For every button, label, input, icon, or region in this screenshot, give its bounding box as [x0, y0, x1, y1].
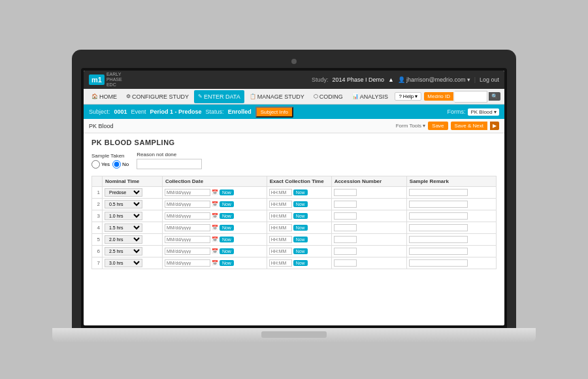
- now-time-button-1[interactable]: Now: [293, 190, 308, 195]
- time-input-1[interactable]: [269, 189, 292, 196]
- now-date-button-1[interactable]: Now: [220, 190, 234, 195]
- date-input-3[interactable]: [165, 212, 210, 220]
- row-num-1: 1: [92, 187, 103, 199]
- analysis-icon: 📊: [352, 93, 359, 99]
- remark-input-1[interactable]: [409, 189, 468, 196]
- remark-input-7[interactable]: [409, 259, 468, 267]
- accession-input-1[interactable]: [334, 189, 357, 196]
- calendar-icon-3[interactable]: 📅: [212, 213, 218, 219]
- calendar-icon-7[interactable]: 📅: [212, 260, 218, 266]
- trackpad[interactable]: [261, 331, 327, 338]
- nominal-select-6[interactable]: 2.5 hrs: [105, 247, 142, 255]
- date-input-5[interactable]: [165, 236, 210, 243]
- collection-date-cell-4: 📅 Now: [162, 222, 267, 234]
- date-input-6[interactable]: [165, 248, 210, 255]
- nav-item-manage[interactable]: 📋 MANAGE STUDY: [246, 90, 308, 103]
- calendar-icon-1[interactable]: 📅: [212, 190, 218, 195]
- chevron-down-icon: ▾: [467, 76, 470, 83]
- remark-input-6[interactable]: [409, 248, 468, 255]
- nav-item-enter-data[interactable]: ✎ ENTER DATA: [194, 90, 244, 103]
- calendar-icon-6[interactable]: 📅: [212, 248, 218, 254]
- now-time-button-6[interactable]: Now: [293, 248, 308, 254]
- time-input-6[interactable]: [269, 248, 292, 255]
- nav-item-home[interactable]: 🏠 HOME: [88, 90, 121, 103]
- time-input-4[interactable]: [269, 224, 292, 231]
- nominal-time-cell-3: 1.0 hrs: [103, 210, 163, 222]
- radio-yes[interactable]: Yes: [91, 160, 110, 169]
- table-row: 3 1.0 hrs 📅 Now Now: [92, 210, 497, 222]
- medrio-id-area: Medrio ID 🔍: [424, 91, 500, 103]
- medrio-id-button[interactable]: Medrio ID: [424, 92, 453, 101]
- logout-button[interactable]: Log out: [480, 76, 499, 83]
- now-time-button-4[interactable]: Now: [293, 225, 308, 231]
- reason-input[interactable]: [137, 159, 202, 169]
- collection-date-cell-6: 📅 Now: [162, 246, 267, 257]
- accession-input-4[interactable]: [334, 224, 357, 231]
- time-input-3[interactable]: [269, 212, 292, 220]
- user-menu-button[interactable]: 👤 jharrison@medrio.com ▾: [398, 76, 470, 83]
- now-date-button-7[interactable]: Now: [220, 260, 234, 266]
- date-input-7[interactable]: [165, 259, 210, 267]
- exact-time-cell-6: Now: [267, 246, 331, 257]
- radio-no[interactable]: No: [112, 160, 129, 169]
- now-date-button-2[interactable]: Now: [220, 201, 234, 207]
- subject-info-tab[interactable]: Subject Info: [255, 107, 293, 118]
- reason-label: Reason not done: [137, 152, 202, 157]
- nominal-select-7[interactable]: 3.0 hrs: [105, 259, 142, 267]
- nav-item-analysis[interactable]: 📊 ANALYSIS: [348, 90, 392, 103]
- radio-no-input[interactable]: [112, 160, 121, 169]
- table-row: 1 Predose 📅 Now Now: [92, 187, 497, 199]
- time-input-2[interactable]: [269, 201, 292, 208]
- calendar-icon-2[interactable]: 📅: [212, 201, 218, 207]
- nominal-select-5[interactable]: 2.0 hrs: [105, 235, 142, 244]
- remark-input-4[interactable]: [409, 224, 468, 231]
- home-icon: 🏠: [91, 93, 98, 99]
- remark-input-3[interactable]: [409, 212, 468, 220]
- next-arrow-button[interactable]: ▶: [490, 122, 499, 130]
- remark-input-5[interactable]: [409, 236, 468, 243]
- row-num-2: 2: [92, 199, 103, 210]
- date-input-2[interactable]: [165, 201, 210, 208]
- remark-input-2[interactable]: [409, 201, 468, 208]
- remark-cell-6: [406, 246, 496, 257]
- accession-input-5[interactable]: [334, 236, 357, 243]
- date-input-1[interactable]: [165, 189, 210, 196]
- nav-item-configure[interactable]: ⚙ CONFIGURE STUDY: [122, 90, 193, 103]
- save-next-button[interactable]: Save & Next: [451, 122, 487, 130]
- now-date-button-5[interactable]: Now: [220, 237, 234, 242]
- now-time-button-2[interactable]: Now: [293, 201, 308, 207]
- time-input-5[interactable]: [269, 236, 292, 243]
- exact-time-cell-7: Now: [267, 257, 331, 269]
- now-date-button-4[interactable]: Now: [220, 225, 234, 231]
- accession-cell-6: [331, 246, 406, 257]
- nav-item-coding[interactable]: ⬡ CODING: [310, 90, 347, 103]
- medrio-search-button[interactable]: 🔍: [489, 92, 500, 101]
- now-time-button-5[interactable]: Now: [293, 237, 308, 242]
- calendar-icon-4[interactable]: 📅: [212, 225, 218, 231]
- sample-taken-group: Sample Taken Yes No: [91, 153, 129, 169]
- exact-time-cell-5: Now: [267, 234, 331, 246]
- nominal-select-4[interactable]: 1.5 hrs: [105, 223, 142, 232]
- now-date-button-6[interactable]: Now: [220, 248, 234, 254]
- th-accession: Accession Number: [331, 176, 406, 187]
- forms-dropdown[interactable]: PK Blood ▾: [468, 108, 499, 116]
- accession-input-7[interactable]: [334, 259, 357, 267]
- date-input-4[interactable]: [165, 224, 210, 231]
- accession-input-3[interactable]: [334, 212, 357, 220]
- now-date-button-3[interactable]: Now: [220, 213, 234, 219]
- nominal-select-3[interactable]: 1.0 hrs: [105, 212, 142, 220]
- accession-input-2[interactable]: [334, 201, 357, 208]
- nominal-select-2[interactable]: 0.5 hrs: [105, 200, 142, 208]
- medrio-id-input[interactable]: [455, 91, 487, 103]
- nominal-select-1[interactable]: Predose: [105, 188, 142, 197]
- time-input-7[interactable]: [269, 259, 292, 267]
- save-button[interactable]: Save: [428, 122, 448, 130]
- now-time-button-3[interactable]: Now: [293, 213, 308, 219]
- calendar-icon-5[interactable]: 📅: [212, 237, 218, 242]
- accession-input-6[interactable]: [334, 248, 357, 255]
- radio-yes-input[interactable]: [91, 160, 100, 169]
- event-label: Event: [131, 108, 146, 115]
- help-button[interactable]: ? Help ▾: [395, 92, 421, 101]
- now-time-button-7[interactable]: Now: [293, 260, 308, 266]
- form-content: PK BLOOD SAMPLING Sample Taken Yes: [84, 133, 504, 311]
